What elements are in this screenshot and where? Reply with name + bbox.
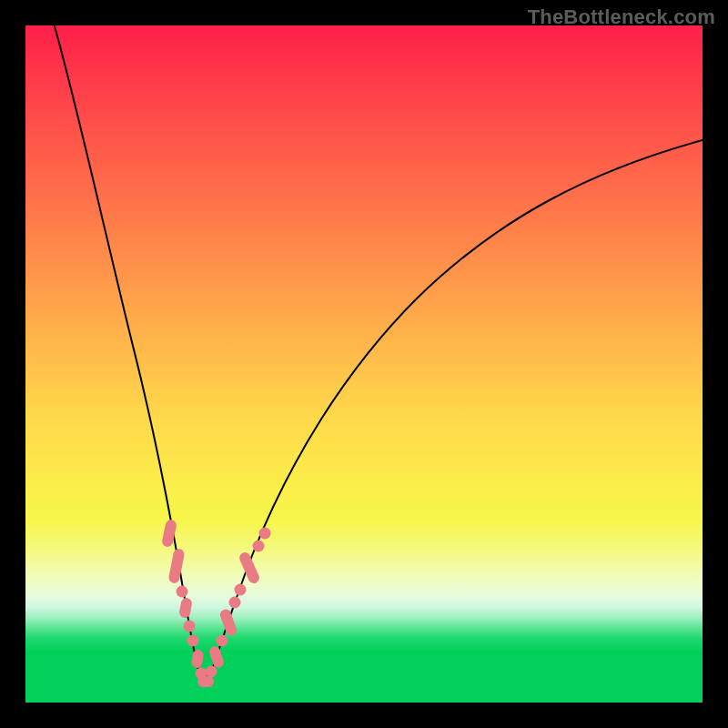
plot-area xyxy=(25,25,703,703)
svg-rect-8 xyxy=(197,676,214,687)
curve-svg xyxy=(25,25,703,703)
svg-point-17 xyxy=(259,528,271,540)
svg-point-16 xyxy=(253,541,265,552)
svg-point-2 xyxy=(177,586,188,598)
chart-frame: TheBottleneck.com xyxy=(0,0,728,728)
svg-point-9 xyxy=(206,666,217,678)
svg-point-5 xyxy=(187,635,199,647)
svg-rect-3 xyxy=(178,597,193,619)
svg-point-13 xyxy=(229,597,241,609)
curve-left-branch xyxy=(53,25,204,681)
svg-rect-12 xyxy=(218,608,238,637)
svg-rect-10 xyxy=(208,645,226,670)
svg-point-14 xyxy=(235,584,247,596)
watermark-text: TheBottleneck.com xyxy=(528,5,715,29)
svg-point-4 xyxy=(184,621,196,632)
svg-rect-1 xyxy=(167,548,185,584)
marker-cluster xyxy=(161,519,270,687)
curve-right-branch xyxy=(207,140,703,681)
svg-point-11 xyxy=(217,635,228,647)
svg-rect-15 xyxy=(238,551,261,585)
svg-rect-6 xyxy=(191,649,205,668)
